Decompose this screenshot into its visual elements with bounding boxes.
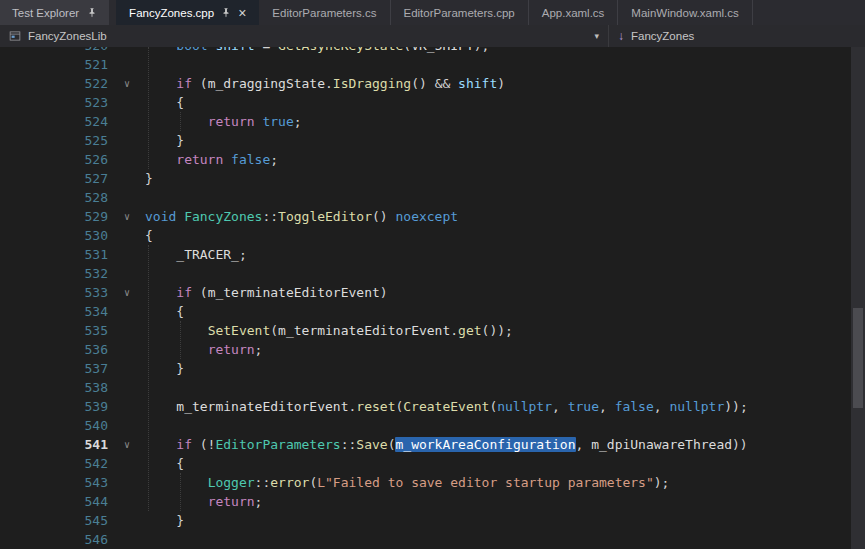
code-line[interactable]: return false; — [138, 150, 278, 169]
project-icon — [9, 30, 21, 42]
code-line[interactable]: { — [138, 302, 184, 321]
line-number[interactable]: 530 — [0, 226, 116, 245]
code-line[interactable]: { — [138, 226, 153, 245]
code-token: return — [176, 152, 223, 167]
code-token: VK_SHIFT — [411, 47, 474, 53]
code-line[interactable]: if (!EditorParameters::Save(m_workAreaCo… — [138, 435, 748, 454]
line-number[interactable]: 520 — [0, 47, 116, 55]
line-number[interactable]: 533 — [0, 283, 116, 302]
line-number[interactable]: 527 — [0, 169, 116, 188]
code-line[interactable]: return; — [138, 340, 262, 359]
code-lines[interactable]: 520 bool shift = GetAsyncKeyState(VK_SHI… — [0, 47, 851, 549]
code-line[interactable]: return; — [138, 492, 262, 511]
line-number[interactable]: 536 — [0, 340, 116, 359]
code-line[interactable] — [138, 416, 145, 435]
line-number[interactable]: 540 — [0, 416, 116, 435]
tab-mainwindow-xaml-cs[interactable]: MainWindow.xaml.cs — [618, 0, 752, 25]
tab-fancyzones-cpp[interactable]: FancyZones.cpp× — [116, 0, 259, 25]
fold-chevron-icon[interactable]: ∨ — [116, 283, 138, 302]
close-icon[interactable]: × — [238, 6, 246, 20]
tab-test-explorer[interactable]: Test Explorer — [0, 0, 109, 25]
pin-icon[interactable] — [87, 7, 97, 18]
line-number[interactable]: 528 — [0, 188, 116, 207]
vertical-scrollbar[interactable] — [851, 47, 865, 549]
line-number[interactable]: 542 — [0, 454, 116, 473]
code-line[interactable]: void FancyZones::ToggleEditor() noexcept — [138, 207, 458, 226]
code-token: ) — [380, 285, 388, 300]
fold-chevron-icon[interactable]: ∨ — [116, 207, 138, 226]
line-number[interactable]: 522 — [0, 74, 116, 93]
fold-column — [116, 473, 138, 492]
fold-column — [116, 169, 138, 188]
code-token: :: — [262, 209, 278, 224]
code-line[interactable]: Logger::error(L"Failed to save editor st… — [138, 473, 669, 492]
fold-column — [116, 150, 138, 169]
line-number[interactable]: 544 — [0, 492, 116, 511]
fold-chevron-icon[interactable]: ∨ — [116, 74, 138, 93]
code-line[interactable]: SetEvent(m_terminateEditorEvent.get()); — [138, 321, 513, 340]
code-line[interactable]: } — [138, 359, 184, 378]
tab-editorparameters-cpp[interactable]: EditorParameters.cpp — [391, 0, 529, 25]
line-number[interactable]: 521 — [0, 55, 116, 74]
code-token: reset — [356, 399, 395, 414]
code-row: 528 — [0, 188, 851, 207]
code-row: 538 — [0, 378, 851, 397]
line-number[interactable]: 524 — [0, 112, 116, 131]
code-token: return — [208, 494, 255, 509]
code-line[interactable] — [138, 264, 145, 283]
line-number[interactable]: 532 — [0, 264, 116, 283]
line-number[interactable]: 525 — [0, 131, 116, 150]
code-line[interactable]: } — [138, 511, 184, 530]
code-row: 532 — [0, 264, 851, 283]
code-token: () — [411, 76, 434, 91]
code-line[interactable] — [138, 530, 145, 549]
code-token: L"Failed to save editor startup paramete… — [317, 475, 654, 490]
line-number[interactable]: 545 — [0, 511, 116, 530]
scope-dropdown[interactable]: ↓ FancyZones — [608, 25, 865, 47]
code-line[interactable]: if (m_terminateEditorEvent) — [138, 283, 388, 302]
code-row: 534 { — [0, 302, 851, 321]
line-number[interactable]: 534 — [0, 302, 116, 321]
code-token: _TRACER_ — [176, 247, 239, 262]
code-token: ToggleEditor — [278, 209, 372, 224]
code-line[interactable]: return true; — [138, 112, 302, 131]
tab-editorparameters-cs[interactable]: EditorParameters.cs — [259, 0, 390, 25]
code-token: Logger — [208, 475, 255, 490]
code-token — [145, 475, 208, 490]
code-token: :: — [255, 475, 271, 490]
line-number[interactable]: 526 — [0, 150, 116, 169]
code-line[interactable] — [138, 378, 145, 397]
line-number[interactable]: 541 — [0, 435, 116, 454]
code-line[interactable]: { — [138, 454, 184, 473]
code-line[interactable]: } — [138, 169, 153, 188]
project-dropdown[interactable]: FancyZonesLib ▾ — [0, 25, 608, 47]
fold-column — [116, 226, 138, 245]
code-line[interactable]: _TRACER_; — [138, 245, 247, 264]
code-line[interactable] — [138, 188, 145, 207]
line-number[interactable]: 535 — [0, 321, 116, 340]
code-token: , — [552, 399, 568, 414]
code-row: 522∨ if (m_draggingState.IsDragging() &&… — [0, 74, 851, 93]
scrollbar-thumb[interactable] — [853, 308, 863, 408]
tab-app-xaml-cs[interactable]: App.xaml.cs — [529, 0, 619, 25]
pin-icon[interactable] — [221, 7, 231, 18]
code-editor[interactable]: 520 bool shift = GetAsyncKeyState(VK_SHI… — [0, 47, 865, 549]
line-number[interactable]: 543 — [0, 473, 116, 492]
code-line[interactable]: bool shift = GetAsyncKeyState(VK_SHIFT); — [138, 47, 489, 55]
line-number[interactable]: 537 — [0, 359, 116, 378]
code-token: error — [270, 475, 309, 490]
code-token: true — [568, 399, 599, 414]
line-number[interactable]: 531 — [0, 245, 116, 264]
line-number[interactable]: 523 — [0, 93, 116, 112]
code-line[interactable]: { — [138, 93, 184, 112]
code-line[interactable] — [138, 55, 145, 74]
code-line[interactable]: } — [138, 131, 184, 150]
line-number[interactable]: 529 — [0, 207, 116, 226]
line-number[interactable]: 538 — [0, 378, 116, 397]
line-number[interactable]: 539 — [0, 397, 116, 416]
code-line[interactable]: m_terminateEditorEvent.reset(CreateEvent… — [138, 397, 748, 416]
line-number[interactable]: 546 — [0, 530, 116, 549]
code-line[interactable]: if (m_draggingState.IsDragging() && shif… — [138, 74, 505, 93]
fold-chevron-icon[interactable]: ∨ — [116, 435, 138, 454]
code-token: ) — [497, 76, 505, 91]
